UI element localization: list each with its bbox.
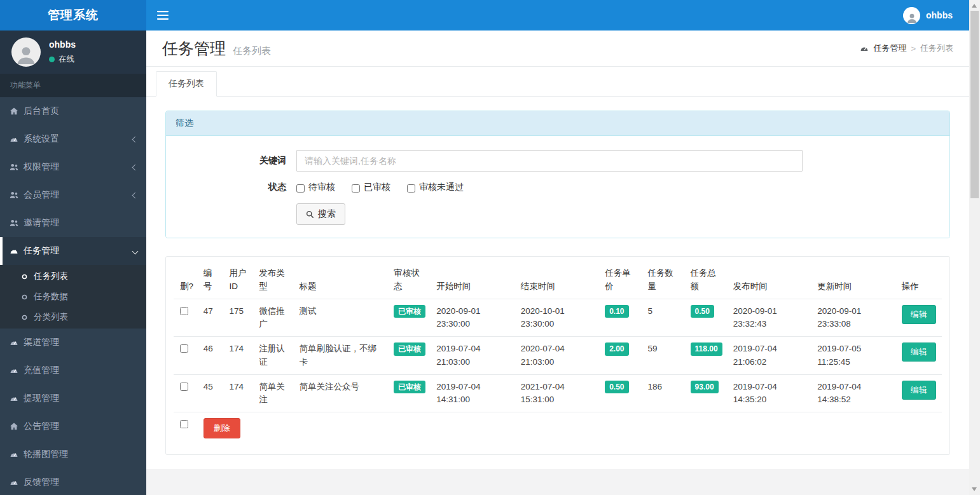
row-select-checkbox[interactable] xyxy=(180,383,188,391)
tab-item[interactable]: 任务列表 xyxy=(156,71,217,97)
page-header: 任务管理 任务列表 任务管理>任务列表 xyxy=(146,31,969,67)
cell-publish-type: 注册认证 xyxy=(254,337,294,375)
review-status-badge: 已审核 xyxy=(394,381,425,393)
profile-name: ohbbs xyxy=(49,39,76,50)
circle-icon xyxy=(21,314,28,321)
column-header: 结束时间 xyxy=(516,262,600,299)
menu-toggle-button[interactable] xyxy=(146,0,179,31)
sidebar-item-label: 轮播图管理 xyxy=(24,449,68,460)
edit-button[interactable]: 编辑 xyxy=(902,381,936,400)
cell-id: 47 xyxy=(198,299,224,337)
chevron-left-icon xyxy=(132,136,139,142)
sidebar-item-home[interactable]: 后台首页 xyxy=(0,97,146,125)
delete-button[interactable]: 删除 xyxy=(204,418,240,438)
tab-nav: 任务列表 xyxy=(146,71,969,97)
sidebar-subitem-task-data[interactable]: 任务数据 xyxy=(0,287,146,307)
unit-price-badge: 2.00 xyxy=(605,342,628,355)
status-option-label: 待审核 xyxy=(308,182,335,193)
row-select-checkbox[interactable] xyxy=(180,344,188,353)
sidebar-item-recharge-management[interactable]: 充值管理 xyxy=(0,356,146,384)
gauge-icon xyxy=(10,394,24,403)
status-checkbox[interactable] xyxy=(352,184,360,193)
sidebar-subitem-category-list[interactable]: 分类列表 xyxy=(0,307,146,327)
column-header: 发布类型 xyxy=(254,262,294,299)
keyword-label: 关键词 xyxy=(176,155,296,166)
content: 任务列表 筛选 关键词 状态 待审核已审核审核未通过 搜索 xyxy=(146,67,969,469)
user-avatar[interactable] xyxy=(903,7,920,24)
sidebar-item-task-management[interactable]: 任务管理 xyxy=(0,237,146,265)
sidebar-item-permission-management[interactable]: 权限管理 xyxy=(0,153,146,181)
users-icon xyxy=(10,191,24,200)
total-amount-badge: 93.00 xyxy=(691,381,719,393)
main-area: 任务管理 任务列表 任务管理>任务列表 任务列表 筛选 关键词 状态 待审核已审… xyxy=(146,31,969,495)
sidebar-item-announcement-management[interactable]: 公告管理 xyxy=(0,412,146,440)
scroll-down-arrow[interactable] xyxy=(969,484,980,495)
breadcrumb-item[interactable]: 任务列表 xyxy=(920,43,953,54)
search-button[interactable]: 搜索 xyxy=(296,203,345,225)
vertical-scrollbar[interactable] xyxy=(969,0,980,495)
online-dot xyxy=(49,57,55,62)
gauge-icon xyxy=(10,247,24,255)
cell-publish-time: 2019-07-04 14:35:20 xyxy=(728,374,812,412)
sidebar-item-member-management[interactable]: 会员管理 xyxy=(0,181,146,209)
topbar-username[interactable]: ohbbs xyxy=(926,10,953,20)
breadcrumb-item[interactable]: 任务管理 xyxy=(873,43,906,54)
status-checkbox[interactable] xyxy=(296,184,305,193)
gauge-icon xyxy=(10,338,24,347)
keyword-row: 关键词 xyxy=(176,150,940,172)
sidebar-item-withdraw-management[interactable]: 提现管理 xyxy=(0,384,146,412)
search-button-label: 搜索 xyxy=(318,208,336,220)
profile-status-label: 在线 xyxy=(59,54,74,65)
cell-update-time: 2019-07-05 11:25:45 xyxy=(812,337,896,375)
sidebar-item-label: 系统设置 xyxy=(24,133,59,145)
cell-quantity: 59 xyxy=(642,337,685,375)
table-header-row: 删?编号用户ID发布类型标题审核状态开始时间结束时间任务单价任务数量任务总额发布… xyxy=(174,262,942,299)
edit-button[interactable]: 编辑 xyxy=(902,342,936,362)
sidebar-subitem-label: 分类列表 xyxy=(34,311,68,323)
row-select-checkbox[interactable] xyxy=(180,307,188,315)
status-checkbox[interactable] xyxy=(407,184,415,193)
select-all-checkbox[interactable] xyxy=(180,420,188,428)
sidebar-item-channel-management[interactable]: 渠道管理 xyxy=(0,329,146,356)
status-option-label: 审核未通过 xyxy=(419,182,464,193)
table-row: 45174简单关注简单关注公众号已审核2019-07-04 14:31:0020… xyxy=(174,374,942,412)
status-option[interactable]: 待审核 xyxy=(296,182,335,193)
sidebar-subitem-label: 任务数据 xyxy=(34,291,68,302)
sidebar-item-invite-management[interactable]: 邀请管理 xyxy=(0,209,146,237)
column-header: 任务总额 xyxy=(686,262,728,299)
cell-title: 简单关注公众号 xyxy=(294,374,389,412)
app-title: 管理系统 xyxy=(48,7,99,24)
unit-price-badge: 0.10 xyxy=(605,305,628,318)
sidebar-item-label: 反馈管理 xyxy=(24,477,59,488)
sidebar-subitem-task-list[interactable]: 任务列表 xyxy=(0,266,146,287)
cell-start-time: 2019-07-04 21:03:00 xyxy=(431,337,515,375)
status-option[interactable]: 审核未通过 xyxy=(407,182,464,193)
sidebar-item-label: 会员管理 xyxy=(24,189,59,201)
cell-publish-type: 简单关注 xyxy=(254,374,294,412)
edit-button[interactable]: 编辑 xyxy=(902,305,936,324)
gauge-icon xyxy=(10,450,24,459)
total-amount-badge: 118.00 xyxy=(691,342,722,355)
cell-publish-time: 2020-09-01 23:32:43 xyxy=(728,299,812,337)
page-title: 任务管理 xyxy=(162,38,226,59)
sidebar-item-label: 渠道管理 xyxy=(24,337,59,348)
topbar-right: ohbbs xyxy=(903,0,969,31)
review-status-badge: 已审核 xyxy=(394,342,425,355)
cell-start-time: 2019-07-04 14:31:00 xyxy=(431,374,515,412)
page-subtitle: 任务列表 xyxy=(233,45,271,57)
scroll-up-arrow[interactable] xyxy=(969,0,980,11)
gauge-icon xyxy=(10,478,24,487)
cell-title: 测试 xyxy=(294,299,389,337)
status-option[interactable]: 已审核 xyxy=(352,182,390,193)
sidebar-item-feedback-management[interactable]: 反馈管理 xyxy=(0,468,146,495)
cell-update-time: 2020-09-01 23:33:08 xyxy=(812,299,896,337)
filter-panel: 筛选 关键词 状态 待审核已审核审核未通过 搜索 xyxy=(165,111,950,238)
gauge-icon xyxy=(860,44,869,53)
sidebar-item-label: 权限管理 xyxy=(24,161,59,173)
keyword-input[interactable] xyxy=(296,150,803,172)
scrollbar-thumb[interactable] xyxy=(970,11,979,198)
breadcrumb: 任务管理>任务列表 xyxy=(860,43,953,54)
sidebar-item-carousel-management[interactable]: 轮播图管理 xyxy=(0,440,146,468)
sidebar-item-system-settings[interactable]: 系统设置 xyxy=(0,125,146,153)
app-logo: 管理系统 xyxy=(0,0,146,31)
